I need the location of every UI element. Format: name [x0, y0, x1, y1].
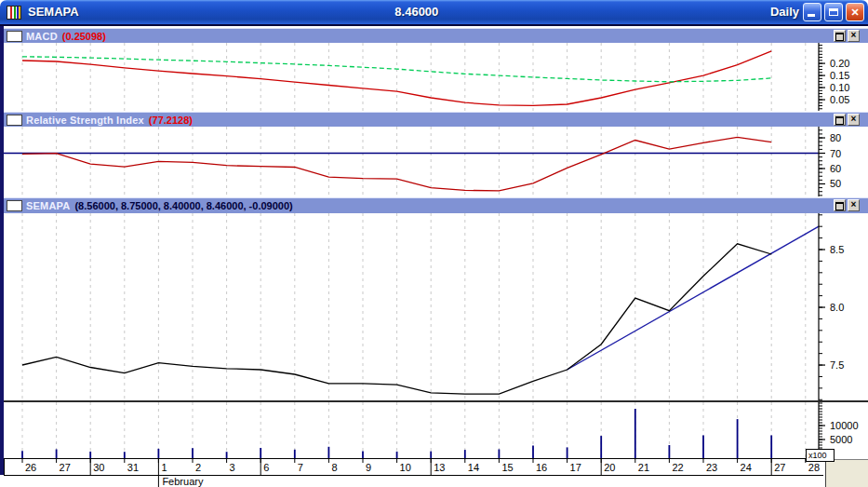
svg-text:8: 8 [331, 462, 337, 473]
svg-text:27: 27 [774, 462, 785, 473]
svg-text:20: 20 [604, 462, 615, 473]
svg-text:7: 7 [298, 462, 303, 473]
svg-text:1: 1 [161, 462, 167, 473]
price-ohlc-values: (8.56000, 8.75000, 8.40000, 8.46000, -0.… [74, 200, 292, 211]
chart-window: SEMAPA 8.46000 Daily ✕ MACD(0.25098) × 0… [0, 0, 868, 487]
panel-maximize-button[interactable] [834, 199, 846, 211]
macd-value: (0.25098) [62, 31, 106, 42]
panel-maximize-button[interactable] [834, 114, 846, 126]
panel-close-button[interactable]: × [848, 114, 860, 126]
svg-text:9: 9 [366, 462, 371, 473]
date-axis: 2627303112367891013141516172021222324272… [4, 458, 868, 487]
svg-text:28: 28 [808, 462, 820, 473]
price-panel-title: SEMAPA [26, 200, 70, 211]
svg-text:26: 26 [25, 462, 36, 473]
svg-text:2: 2 [195, 462, 201, 473]
svg-text:27: 27 [60, 462, 71, 473]
rsi-value: (77.2128) [149, 115, 193, 126]
svg-text:0.15: 0.15 [830, 70, 849, 81]
svg-text:3: 3 [230, 462, 235, 473]
svg-text:31: 31 [127, 462, 139, 473]
panel-box-icon[interactable] [7, 200, 22, 211]
panel-maximize-button[interactable] [834, 30, 846, 42]
price-plot: 7.58.08.5 [4, 213, 868, 400]
svg-text:16: 16 [536, 462, 547, 473]
macd-plot: 0.050.100.150.20 [4, 43, 868, 111]
svg-text:5000: 5000 [830, 434, 852, 445]
svg-text:6: 6 [263, 462, 269, 473]
svg-text:13: 13 [434, 462, 445, 473]
svg-text:80: 80 [830, 132, 841, 143]
svg-text:21: 21 [638, 462, 649, 473]
svg-text:15: 15 [501, 462, 513, 473]
window-title: SEMAPA [28, 5, 79, 19]
svg-text:10000: 10000 [830, 420, 859, 431]
svg-text:10: 10 [400, 462, 411, 473]
svg-text:8.0: 8.0 [830, 302, 844, 313]
svg-text:14: 14 [468, 462, 479, 473]
svg-text:7.5: 7.5 [830, 359, 844, 371]
svg-text:8.5: 8.5 [830, 244, 844, 255]
svg-text:February: February [162, 476, 204, 487]
panel-box-icon[interactable] [7, 115, 22, 126]
periodicity-label: Daily [770, 5, 799, 19]
price-panel-header[interactable]: SEMAPA(8.56000, 8.75000, 8.40000, 8.4600… [4, 197, 868, 214]
svg-text:23: 23 [706, 462, 717, 473]
rsi-panel-title: Relative Strength Index [26, 115, 144, 126]
minimize-button[interactable] [803, 3, 821, 21]
macd-panel-title: MACD [26, 31, 58, 42]
svg-text:70: 70 [830, 148, 841, 159]
svg-text:22: 22 [672, 462, 683, 473]
svg-text:30: 30 [93, 462, 104, 473]
panel-box-icon[interactable] [7, 31, 22, 42]
maximize-button[interactable] [824, 3, 843, 21]
title-bar[interactable]: SEMAPA 8.46000 Daily ✕ [0, 0, 868, 26]
rsi-plot: 50607080 [4, 127, 868, 196]
volume-unit-label: x100 [806, 449, 835, 462]
svg-text:0.10: 0.10 [830, 82, 849, 93]
svg-text:0.20: 0.20 [830, 58, 849, 69]
svg-text:0.05: 0.05 [830, 94, 849, 105]
volume-plot: 500010000 [4, 402, 868, 458]
panel-close-button[interactable]: × [848, 30, 860, 42]
svg-text:17: 17 [570, 462, 581, 473]
svg-text:50: 50 [830, 178, 841, 189]
svg-text:24: 24 [741, 462, 752, 473]
svg-text:60: 60 [830, 163, 841, 174]
panel-close-button[interactable]: × [848, 199, 860, 211]
window-corner [825, 459, 868, 487]
current-price: 8.46000 [394, 5, 438, 19]
close-button[interactable]: ✕ [846, 3, 864, 21]
app-icon [7, 6, 21, 20]
